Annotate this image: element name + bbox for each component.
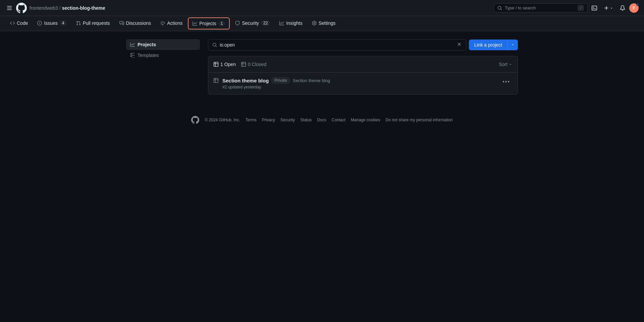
nav-discussions-label: Discussions [126,20,151,26]
topnav: frontendweb3 / section-blog-theme Type /… [0,0,644,16]
footer-github-logo [191,116,199,124]
projects-search-input[interactable] [220,42,454,48]
table-icon [214,62,218,67]
actions-icon [160,21,165,25]
settings-icon [312,21,317,25]
projects-search[interactable] [208,39,466,51]
topnav-right: Type / to search / F [494,3,639,13]
sidebar-templates-icon [130,53,135,58]
nav-insights-label: Insights [286,20,302,26]
nav-security[interactable]: Security 22 [230,16,275,30]
code-icon [10,21,15,25]
hamburger-button[interactable] [5,4,13,12]
footer-docs[interactable]: Docs [317,118,326,122]
topnav-left: frontendweb3 / section-blog-theme [5,3,490,13]
repo-nav: Code Issues 4 Pull requests Discussions … [0,16,644,31]
closed-count: 0 Closed [248,62,266,67]
footer-copyright: © 2024 GitHub, Inc. [205,118,240,122]
notification-dot [636,3,639,6]
link-project-dropdown[interactable] [507,40,518,50]
projects-toolbar: Link a project [208,39,518,51]
sidebar-item-templates[interactable]: Templates [126,50,200,61]
page-footer: © 2024 GitHub, Inc. Terms Privacy Securi… [0,103,644,137]
projects-list-header: 1 Open 0 Closed Sort [208,56,518,73]
terminal-button[interactable] [590,4,598,12]
nav-projects[interactable]: Projects 1 [188,17,230,29]
security-badge: 22 [261,20,270,26]
link-project-group: Link a project [469,40,518,50]
nav-actions[interactable]: Actions [156,16,187,30]
project-description: Section theme blog [293,78,330,83]
private-badge: Private [271,77,290,83]
search-placeholder: Type / to search [505,5,536,10]
sidebar-projects-icon [130,42,135,47]
tab-closed[interactable]: 0 Closed [241,60,266,68]
nav-projects-label: Projects [199,21,216,26]
main-content: Projects Templates [121,31,523,103]
global-search[interactable]: Type / to search / [494,3,588,12]
clear-search-icon[interactable] [457,42,462,48]
sort-dropdown-icon [509,63,512,66]
footer-privacy[interactable]: Privacy [262,118,275,122]
footer-security[interactable]: Security [280,118,295,122]
footer-contact[interactable]: Contact [332,118,345,122]
create-button[interactable] [601,4,616,12]
repo-name[interactable]: section-blog-theme [62,5,105,11]
project-more-button[interactable]: ••• [500,77,512,86]
sidebar-projects-label: Projects [138,42,156,47]
sidebar-templates-label: Templates [138,53,159,58]
avatar[interactable]: F [629,3,639,13]
footer-terms[interactable]: Terms [246,118,257,122]
nav-code-label: Code [17,20,28,26]
search-icon [497,6,502,10]
nav-settings[interactable]: Settings [307,16,340,30]
project-actions: ••• [500,77,512,86]
projects-icon [193,21,197,26]
sort-button[interactable]: Sort [499,62,512,67]
footer-status[interactable]: Status [300,118,312,122]
open-count: 1 Open [220,62,236,67]
projects-badge: 1 [218,21,225,26]
sidebar: Projects Templates [126,39,200,94]
nav-issues[interactable]: Issues 4 [33,16,71,30]
nav-issues-label: Issues [44,20,57,26]
link-project-button[interactable]: Link a project [469,40,507,50]
nav-discussions[interactable]: Discussions [115,16,156,30]
pr-icon [76,21,81,25]
projects-panel: Link a project 1 Open [208,39,518,94]
github-logo[interactable] [16,3,27,13]
nav-pr-label: Pull requests [83,20,110,26]
nav-security-label: Security [242,20,259,26]
insights-icon [279,21,284,25]
nav-actions-label: Actions [167,20,182,26]
repo-owner[interactable]: frontendweb3 [30,5,58,11]
nav-insights[interactable]: Insights [275,16,307,30]
issues-icon [37,21,42,25]
nav-pull-requests[interactable]: Pull requests [71,16,115,30]
nav-code[interactable]: Code [5,16,33,30]
project-table-icon [214,78,218,83]
footer-manage-cookies[interactable]: Manage cookies [351,118,380,122]
footer-do-not-share[interactable]: Do not share my personal information [385,118,452,122]
closed-icon [241,62,246,67]
table-row: Section theme blog Private Section theme… [208,73,518,94]
projects-list: 1 Open 0 Closed Sort [208,56,518,94]
filter-search-icon [212,43,217,47]
sort-label: Sort [499,62,507,67]
nav-settings-label: Settings [319,20,336,26]
project-info: Section theme blog Private Section theme… [222,77,496,89]
search-kbd: / [578,5,584,11]
project-title-row: Section theme blog Private Section theme… [222,77,496,83]
sidebar-item-projects[interactable]: Projects [126,39,200,50]
discussions-icon [119,21,124,25]
repo-path: frontendweb3 / section-blog-theme [30,5,105,11]
notifications-button[interactable] [619,4,627,12]
link-project-dropdown-icon [511,43,515,46]
security-icon [235,21,240,25]
tab-open[interactable]: 1 Open [214,60,236,68]
issues-badge: 4 [60,20,67,26]
project-title-link[interactable]: Section theme blog [222,78,269,83]
project-meta: #2 updated yesterday [222,85,496,89]
path-separator: / [59,5,61,11]
